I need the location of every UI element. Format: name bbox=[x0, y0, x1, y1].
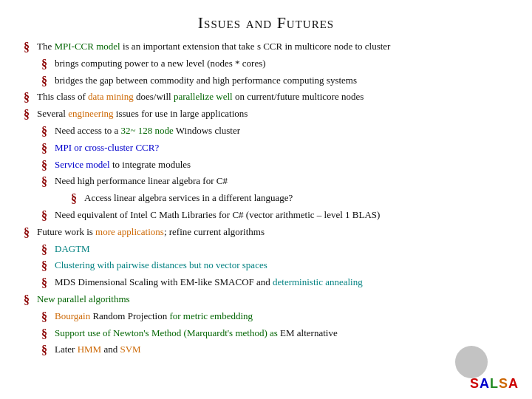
item-text: The MPI-CCR model is an important extens… bbox=[37, 40, 390, 53]
item-text: Need access to a 32~ 128 node Windows cl… bbox=[55, 124, 240, 137]
list-item: § Service model to integrate modules bbox=[41, 158, 514, 174]
highlight: MPI-CCR model bbox=[54, 41, 120, 52]
item-text: MPI or cross-cluster CCR? bbox=[55, 141, 159, 154]
bullet-icon: § bbox=[24, 40, 34, 55]
bullet-icon: § bbox=[24, 225, 34, 241]
bullet-icon: § bbox=[41, 327, 52, 342]
decorative-circle bbox=[455, 346, 488, 378]
item-text: Future work is more applications; refine… bbox=[37, 225, 265, 239]
slide-title: Issues and Futures bbox=[18, 13, 514, 33]
list-item: § bridges the gap between commodity and … bbox=[41, 74, 514, 89]
list-item: § Future work is more applications; refi… bbox=[18, 225, 514, 291]
list-item: § The MPI-CCR model is an important exte… bbox=[18, 40, 514, 89]
bullet-icon: § bbox=[41, 259, 52, 274]
content-area: § The MPI-CCR model is an important exte… bbox=[18, 40, 514, 358]
list-item: § Later HMM and SVM bbox=[41, 343, 514, 358]
bullet-icon: § bbox=[41, 158, 52, 174]
bullet-icon: § bbox=[41, 242, 52, 258]
item-text: Need high performance linear algebra for… bbox=[55, 174, 228, 188]
salsa-logo: SALSA bbox=[470, 376, 519, 392]
bullet-icon: § bbox=[41, 343, 52, 358]
list-item: § Several engineering issues for use in … bbox=[18, 107, 514, 224]
item-text: Support use of Newton's Method (Marquard… bbox=[55, 327, 338, 340]
list-item: § This class of data mining does/will pa… bbox=[18, 90, 514, 106]
list-item: § Bourgain Random Projection for metric … bbox=[41, 310, 514, 325]
highlight: SVM bbox=[120, 344, 140, 355]
list-item: § Need equivalent of Intel C Math Librar… bbox=[41, 208, 514, 224]
sub-list: § DAGTM § Clustering with pairwise dista… bbox=[24, 242, 514, 291]
list-item: § MDS Dimensional Scaling with EM-like S… bbox=[41, 276, 514, 291]
item-text: Several engineering issues for use in la… bbox=[37, 107, 248, 120]
highlight: for metric embedding bbox=[169, 310, 253, 321]
list-item: § New parallel algorithms § Bourgain Ran… bbox=[18, 293, 514, 358]
list-item: § Access linear algebra services in a di… bbox=[71, 191, 514, 207]
bullet-icon: § bbox=[24, 107, 34, 123]
slide: Issues and Futures § The MPI-CCR model i… bbox=[0, 0, 532, 399]
bullet-icon: § bbox=[41, 174, 52, 190]
list-item: § Clustering with pairwise distances but… bbox=[41, 259, 514, 274]
sub-sub-list: § Access linear algebra services in a di… bbox=[41, 191, 514, 207]
list-item: § DAGTM bbox=[41, 242, 514, 258]
bullet-icon: § bbox=[24, 90, 34, 106]
item-text: Clustering with pairwise distances but n… bbox=[55, 259, 267, 272]
highlight: Service model bbox=[55, 159, 110, 170]
bullet-icon: § bbox=[41, 276, 52, 291]
sub-list: § Bourgain Random Projection for metric … bbox=[24, 310, 514, 358]
highlight: 32~ 128 node bbox=[121, 125, 174, 136]
bullet-icon: § bbox=[41, 208, 52, 224]
item-text: Service model to integrate modules bbox=[55, 158, 191, 171]
bullet-icon: § bbox=[41, 141, 52, 157]
list-item: § MPI or cross-cluster CCR? bbox=[41, 141, 514, 157]
item-text: This class of data mining does/will para… bbox=[37, 90, 364, 103]
item-text: DAGTM bbox=[55, 242, 90, 256]
highlight: deterministic annealing bbox=[273, 276, 363, 287]
item-text: Bourgain Random Projection for metric em… bbox=[55, 310, 253, 323]
bullet-icon: § bbox=[41, 310, 52, 325]
sub-list: § brings computing power to a new level … bbox=[24, 57, 514, 89]
item-text: brings computing power to a new level (n… bbox=[55, 57, 266, 70]
item-text: New parallel algorithms bbox=[37, 293, 130, 306]
highlight: more applications bbox=[95, 226, 164, 237]
highlight: data mining bbox=[88, 91, 134, 102]
item-text: bridges the gap between commodity and hi… bbox=[55, 74, 357, 87]
list-item: § brings computing power to a new level … bbox=[41, 57, 514, 72]
list-item: § Need access to a 32~ 128 node Windows … bbox=[41, 124, 514, 140]
highlight: engineering bbox=[68, 108, 113, 119]
sub-list: § Need access to a 32~ 128 node Windows … bbox=[24, 124, 514, 224]
bullet-icon: § bbox=[41, 74, 52, 89]
item-text: Later HMM and SVM bbox=[55, 343, 141, 356]
highlight: Bourgain bbox=[55, 310, 90, 321]
list-item: § Need high performance linear algebra f… bbox=[41, 174, 514, 190]
bullet-icon: § bbox=[24, 293, 34, 308]
highlight: parallelize well bbox=[174, 91, 233, 102]
item-text: Need equivalent of Intel C Math Librarie… bbox=[55, 208, 380, 222]
item-text: MDS Dimensional Scaling with EM-like SMA… bbox=[55, 276, 363, 289]
item-text: Access linear algebra services in a diff… bbox=[84, 191, 293, 205]
bullet-icon: § bbox=[71, 191, 81, 207]
bullet-icon: § bbox=[41, 124, 52, 140]
list-item: § Support use of Newton's Method (Marqua… bbox=[41, 327, 514, 342]
highlight: HMM bbox=[78, 344, 102, 355]
highlight: Support use of Newton's Method (Marquard… bbox=[55, 327, 278, 338]
bullet-icon: § bbox=[41, 57, 52, 72]
